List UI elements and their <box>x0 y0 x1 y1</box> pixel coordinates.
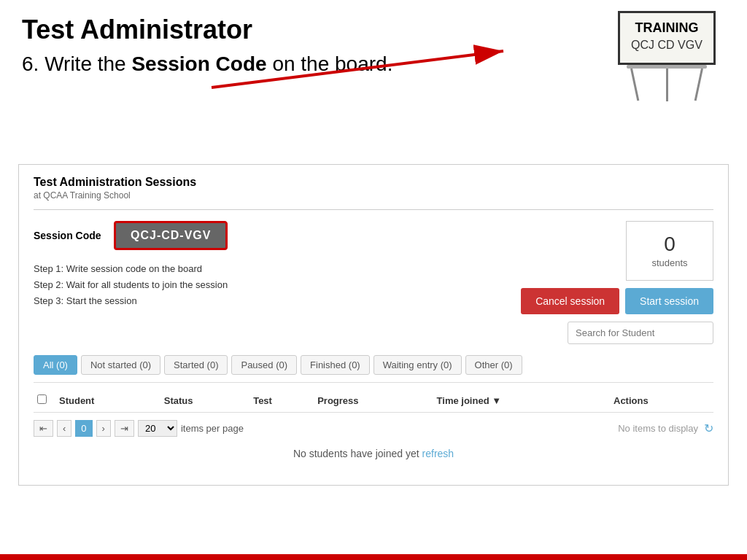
cancel-session-button[interactable]: Cancel session <box>521 288 619 314</box>
col-time-joined[interactable]: Time joined ▼ <box>433 389 610 413</box>
col-student: Student <box>55 389 160 413</box>
current-page-button[interactable]: 0 <box>75 420 92 437</box>
no-items-text: No items to display <box>618 423 698 434</box>
student-count-number: 0 <box>649 233 691 256</box>
red-bottom-bar <box>0 554 747 560</box>
easel-leg-center <box>666 69 668 101</box>
items-per-page-label: items per page <box>181 423 244 434</box>
right-content: 0 students Cancel session Start session <box>521 221 713 344</box>
step-2: Step 2: Wait for all students to join th… <box>34 277 521 293</box>
pagination-controls: ⇤ ‹ 0 › ⇥ 20 50 100 items per page <box>34 420 244 437</box>
filter-tab-1[interactable]: Not started (0) <box>81 355 160 375</box>
col-status: Status <box>160 389 249 413</box>
student-count-box: 0 students <box>626 221 713 281</box>
col-progress: Progress <box>314 389 433 413</box>
board-title: TRAINING <box>631 20 703 36</box>
easel-legs <box>630 69 703 101</box>
no-students-row: No students have joined yet refresh <box>34 437 713 470</box>
board-frame: TRAINING QCJ CD VGV <box>618 11 716 65</box>
main-panel: Test Administration Sessions at QCAA Tra… <box>18 164 729 486</box>
easel-leg-right <box>694 69 703 101</box>
step-1: Step 1: Write session code on the board <box>34 261 521 277</box>
instruction-bold: Session Code <box>131 52 266 75</box>
col-checkbox <box>34 389 55 413</box>
items-per-page-select[interactable]: 20 50 100 <box>138 420 177 437</box>
step-3: Step 3: Start the session <box>34 293 521 309</box>
prev-page-button[interactable]: ‹ <box>57 420 71 437</box>
session-code-row: Session Code QCJ-CD-VGV <box>34 221 521 250</box>
items-per-page: 20 50 100 items per page <box>138 420 244 437</box>
search-student-input[interactable] <box>568 322 713 344</box>
data-table: Student Status Test Progress Time joined… <box>34 389 713 413</box>
instructions: Step 1: Write session code on the board … <box>34 261 521 309</box>
top-section: Test Administrator 6. Write the Session … <box>0 0 747 160</box>
filter-tab-3[interactable]: Paused (0) <box>231 355 297 375</box>
training-board: TRAINING QCJ CD VGV <box>608 11 725 101</box>
refresh-table-icon[interactable]: ↻ <box>704 421 713 435</box>
refresh-link[interactable]: refresh <box>422 448 454 459</box>
session-code-label: Session Code <box>34 230 114 241</box>
col-test: Test <box>249 389 314 413</box>
start-session-button[interactable]: Start session <box>625 288 713 314</box>
pagination-row: ⇤ ‹ 0 › ⇥ 20 50 100 items per page No it… <box>34 420 713 437</box>
filter-tab-4[interactable]: Finished (0) <box>301 355 370 375</box>
student-count-label: students <box>651 257 687 268</box>
action-buttons: Cancel session Start session <box>521 288 713 314</box>
panel-subtitle: at QCAA Training School <box>34 190 713 201</box>
col-actions: Actions <box>610 389 713 413</box>
table-header-row: Student Status Test Progress Time joined… <box>34 389 713 413</box>
content-row: Session Code QCJ-CD-VGV Step 1: Write se… <box>34 221 713 344</box>
easel-leg-left <box>630 69 639 101</box>
filter-tabs: All (0)Not started (0)Started (0)Paused … <box>34 355 713 375</box>
instruction-suffix: on the board. <box>267 52 393 75</box>
filter-tab-5[interactable]: Waiting entry (0) <box>374 355 462 375</box>
last-page-button[interactable]: ⇥ <box>115 420 134 437</box>
select-all-checkbox[interactable] <box>37 394 47 404</box>
next-page-button[interactable]: › <box>96 420 111 437</box>
filter-tab-6[interactable]: Other (0) <box>465 355 522 375</box>
filter-tab-2[interactable]: Started (0) <box>164 355 228 375</box>
panel-divider <box>34 209 713 210</box>
panel-title: Test Administration Sessions <box>34 176 713 189</box>
no-students-message: No students have joined yet <box>293 448 422 459</box>
table-divider <box>34 382 713 383</box>
filter-tab-0[interactable]: All (0) <box>34 355 77 375</box>
instruction-prefix: 6. Write the <box>22 52 131 75</box>
left-content: Session Code QCJ-CD-VGV Step 1: Write se… <box>34 221 521 320</box>
first-page-button[interactable]: ⇤ <box>34 420 53 437</box>
session-code-value: QCJ-CD-VGV <box>114 221 228 250</box>
board-code: QCJ CD VGV <box>631 39 703 52</box>
